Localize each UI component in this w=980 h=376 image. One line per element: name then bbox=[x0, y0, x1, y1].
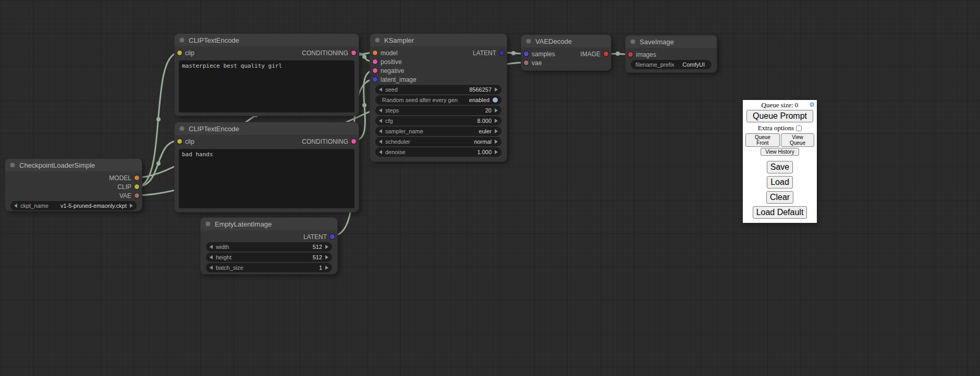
widget-height[interactable]: height 512 bbox=[206, 253, 332, 262]
output-slot-model[interactable] bbox=[134, 176, 139, 180]
widget-batch-size[interactable]: batch_size 1 bbox=[206, 263, 332, 272]
clear-button[interactable]: Clear bbox=[766, 191, 793, 204]
positive-prompt-textarea[interactable]: masterpiece best quality girl bbox=[179, 60, 354, 112]
load-button[interactable]: Load bbox=[767, 176, 793, 189]
node-collapse-icon[interactable] bbox=[10, 162, 15, 168]
increment-arrow-icon[interactable] bbox=[495, 87, 498, 92]
view-history-button[interactable]: View History bbox=[761, 148, 799, 156]
widget-label: filename_prefix bbox=[635, 61, 675, 68]
widget-cfg[interactable]: cfg 8.000 bbox=[375, 116, 501, 126]
input-slot-clip[interactable] bbox=[177, 139, 182, 144]
output-label-vae: VAE bbox=[119, 192, 131, 199]
widget-seed[interactable]: seed 8566257 bbox=[375, 85, 501, 94]
node-collapse-icon[interactable] bbox=[526, 39, 531, 44]
widget-value: ComfyUI bbox=[682, 61, 705, 68]
prev-option-arrow-icon[interactable] bbox=[379, 140, 382, 144]
output-slot-conditioning[interactable] bbox=[351, 51, 356, 55]
input-label-positive: positive bbox=[381, 58, 402, 66]
node-clip-text-encode-positive[interactable]: CLIPTextEncode clip CONDITIONING masterp… bbox=[175, 34, 359, 116]
output-slot-latent[interactable] bbox=[330, 234, 335, 239]
output-label-conditioning: CONDITIONING bbox=[302, 49, 348, 57]
node-title-bar[interactable]: SaveImage bbox=[626, 35, 717, 48]
input-label-latent-image: latent_image bbox=[381, 76, 416, 83]
increment-arrow-icon[interactable] bbox=[325, 255, 328, 259]
widget-ckpt-name[interactable]: ckpt_name v1-5-pruned-emaonly.ckpt bbox=[10, 201, 137, 210]
decrement-arrow-icon[interactable] bbox=[14, 204, 17, 208]
node-title: CLIPTextEncode bbox=[189, 125, 239, 133]
widget-random-seed-toggle[interactable]: Random seed after every gen enabled bbox=[375, 95, 501, 105]
node-clip-text-encode-negative[interactable]: CLIPTextEncode clip CONDITIONING bad han… bbox=[175, 122, 359, 212]
node-empty-latent-image[interactable]: EmptyLatentImage LATENT width 512 height… bbox=[201, 218, 337, 274]
output-slot-latent[interactable] bbox=[499, 51, 504, 55]
next-option-arrow-icon[interactable] bbox=[495, 140, 498, 144]
queue-prompt-button[interactable]: Queue Prompt bbox=[746, 110, 813, 122]
node-collapse-icon[interactable] bbox=[375, 37, 380, 43]
next-option-arrow-icon[interactable] bbox=[495, 129, 498, 133]
queue-front-button[interactable]: Queue Front bbox=[745, 133, 780, 147]
node-title-bar[interactable]: EmptyLatentImage bbox=[201, 218, 337, 230]
node-title: CheckpointLoaderSimple bbox=[19, 161, 95, 169]
widget-value: euler bbox=[479, 128, 492, 134]
node-title-bar[interactable]: VAEDecode bbox=[521, 35, 611, 47]
toggle-indicator-icon[interactable] bbox=[493, 97, 498, 103]
view-queue-button[interactable]: View Queue bbox=[781, 133, 814, 147]
node-checkpoint-loader-simple[interactable]: CheckpointLoaderSimple MODEL CLIP VAE ck… bbox=[5, 159, 142, 211]
input-slot-vae[interactable] bbox=[524, 60, 529, 65]
output-slot-image[interactable] bbox=[604, 52, 608, 56]
widget-filename-prefix[interactable]: filename_prefix ComfyUI bbox=[631, 60, 712, 69]
negative-prompt-textarea[interactable]: bad hands bbox=[179, 149, 354, 208]
node-title: SaveImage bbox=[640, 38, 674, 46]
extra-options-checkbox[interactable] bbox=[796, 126, 802, 131]
node-vae-decode[interactable]: VAEDecode samples IMAGE vae bbox=[521, 35, 611, 70]
output-slot-clip[interactable] bbox=[134, 184, 139, 189]
output-label-latent: LATENT bbox=[473, 49, 496, 57]
node-ksampler[interactable]: KSampler model LATENT positive negative … bbox=[370, 34, 507, 161]
input-slot-clip[interactable] bbox=[177, 51, 182, 55]
node-collapse-icon[interactable] bbox=[205, 221, 211, 227]
decrement-arrow-icon[interactable] bbox=[379, 87, 382, 92]
increment-arrow-icon[interactable] bbox=[325, 266, 328, 270]
node-collapse-icon[interactable] bbox=[630, 39, 635, 44]
widget-width[interactable]: width 512 bbox=[206, 242, 332, 252]
decrement-arrow-icon[interactable] bbox=[379, 150, 382, 154]
decrement-arrow-icon[interactable] bbox=[210, 255, 213, 259]
node-title-bar[interactable]: CLIPTextEncode bbox=[175, 34, 359, 46]
node-collapse-icon[interactable] bbox=[179, 126, 185, 131]
decrement-arrow-icon[interactable] bbox=[210, 266, 213, 270]
node-title-bar[interactable]: KSampler bbox=[370, 34, 507, 46]
widget-value: 8.000 bbox=[477, 118, 492, 124]
increment-arrow-icon[interactable] bbox=[130, 204, 133, 208]
widget-scheduler[interactable]: scheduler normal bbox=[375, 137, 501, 146]
settings-gear-icon[interactable]: ⚙ bbox=[809, 101, 815, 108]
input-slot-latent-image[interactable] bbox=[373, 77, 377, 82]
widget-denoise[interactable]: denoise 1.000 bbox=[375, 147, 501, 157]
increment-arrow-icon[interactable] bbox=[325, 245, 328, 249]
input-slot-images[interactable] bbox=[628, 52, 633, 57]
input-slot-model[interactable] bbox=[373, 51, 377, 55]
input-label-model: model bbox=[381, 49, 398, 57]
decrement-arrow-icon[interactable] bbox=[210, 245, 213, 249]
increment-arrow-icon[interactable] bbox=[495, 108, 498, 112]
input-slot-negative[interactable] bbox=[373, 68, 377, 73]
comfy-menu-panel: Queue size: 0 ⚙ Queue Prompt Extra optio… bbox=[743, 100, 817, 223]
load-default-button[interactable]: Load Default bbox=[753, 206, 807, 219]
widget-sampler-name[interactable]: sampler_name euler bbox=[375, 127, 501, 136]
save-button[interactable]: Save bbox=[767, 161, 793, 173]
output-slot-conditioning[interactable] bbox=[351, 139, 356, 144]
prev-option-arrow-icon[interactable] bbox=[379, 129, 382, 133]
node-collapse-icon[interactable] bbox=[179, 37, 185, 43]
node-title-bar[interactable]: CheckpointLoaderSimple bbox=[5, 159, 142, 171]
input-slot-positive[interactable] bbox=[373, 59, 377, 64]
widget-steps[interactable]: steps 20 bbox=[375, 106, 501, 115]
increment-arrow-icon[interactable] bbox=[495, 150, 498, 154]
widget-value: 20 bbox=[485, 107, 492, 114]
node-title-bar[interactable]: CLIPTextEncode bbox=[175, 122, 359, 135]
increment-arrow-icon[interactable] bbox=[495, 119, 498, 123]
input-slot-samples[interactable] bbox=[524, 52, 529, 56]
node-save-image[interactable]: SaveImage images filename_prefix ComfyUI bbox=[626, 35, 717, 72]
widget-label: height bbox=[216, 254, 231, 260]
decrement-arrow-icon[interactable] bbox=[379, 119, 382, 123]
widget-label: scheduler bbox=[385, 139, 410, 145]
output-slot-vae[interactable] bbox=[134, 193, 139, 198]
decrement-arrow-icon[interactable] bbox=[379, 108, 382, 112]
